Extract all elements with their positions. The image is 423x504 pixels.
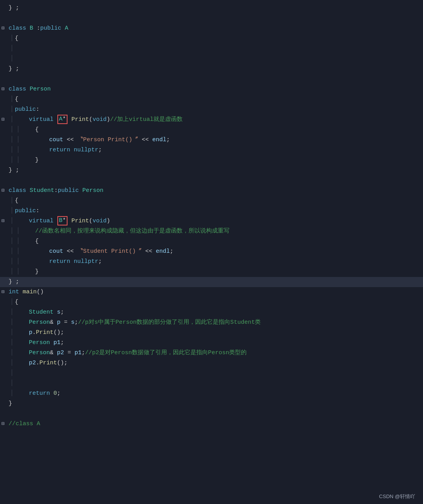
code-text: } xyxy=(21,267,423,277)
code-line: { xyxy=(0,196,423,206)
code-text: return 0; xyxy=(15,389,423,399)
collapse-toggle[interactable]: ⊟ xyxy=(2,186,9,196)
code-text: virtual A* Print(void)//加上virtual就是虚函数 xyxy=(15,115,423,125)
code-line: cout << 〝Person Print()〞 << endl; xyxy=(0,135,423,145)
code-line: cout << 〝Student Print()〞 << endl; xyxy=(0,247,423,257)
code-text: public: xyxy=(15,206,423,216)
code-line: ⊟ class B :public A xyxy=(0,23,423,34)
code-line: } xyxy=(0,399,423,409)
code-text: p.Print(); xyxy=(15,328,423,338)
code-text: class Student:public Person xyxy=(9,186,423,196)
code-line: return 0; xyxy=(0,389,423,399)
code-text: { xyxy=(15,94,423,105)
code-line: return nullptr; xyxy=(0,257,423,267)
code-text: Person p1; xyxy=(15,338,423,348)
code-text: return nullptr; xyxy=(21,145,423,155)
highlight-A-star: A* xyxy=(57,115,68,124)
code-text xyxy=(15,54,423,64)
code-line: Person& p2 = p1;//p2是对Perosn数据做了引用，因此它是指… xyxy=(0,348,423,358)
code-line: //函数名相同，按理来说构成隐藏，但这边由于是虚函数，所以说构成重写 xyxy=(0,226,423,236)
code-text: } ; xyxy=(9,64,423,74)
collapse-toggle[interactable]: ⊟ xyxy=(2,216,9,226)
code-editor: } ; ⊟ class B :public A { } ; ⊟ class Pe… xyxy=(0,0,423,445)
code-line: Person& p = s;//p对s中属于Person数据的部分做了引用，因此… xyxy=(0,318,423,328)
code-text: { xyxy=(15,297,423,307)
code-line: } xyxy=(0,155,423,165)
code-text: { xyxy=(21,236,423,247)
collapse-toggle[interactable]: ⊟ xyxy=(2,287,9,297)
blank-line xyxy=(0,368,423,378)
code-text: Person& p2 = p1;//p2是对Perosn数据做了引用，因此它是指… xyxy=(15,348,423,358)
code-text: { xyxy=(21,125,423,135)
code-text: int main() xyxy=(9,287,423,297)
code-text: return nullptr; xyxy=(21,257,423,267)
code-text: class B :public A xyxy=(9,23,423,34)
blank-line xyxy=(0,74,423,84)
code-text: } ; xyxy=(9,165,423,176)
code-line: { xyxy=(0,125,423,135)
code-text: } xyxy=(21,155,423,165)
highlight-B-star: B* xyxy=(57,216,68,225)
code-text: class Person xyxy=(9,84,423,94)
collapse-toggle[interactable]: ⊟ xyxy=(2,23,9,34)
code-line: } xyxy=(0,267,423,277)
code-line: ⊟ class Student:public Person xyxy=(0,186,423,196)
code-text: cout << 〝Person Print()〞 << endl; xyxy=(21,135,423,145)
code-line: { xyxy=(0,297,423,307)
code-line: { xyxy=(0,94,423,105)
code-line: Person p1; xyxy=(0,338,423,348)
code-text: //class A xyxy=(9,419,423,429)
code-text: p2.Print(); xyxy=(15,358,423,368)
code-line: } ; xyxy=(0,165,423,176)
blank-line xyxy=(0,378,423,389)
blank-line xyxy=(0,409,423,419)
code-text: Person& p = s;//p对s中属于Person数据的部分做了引用，因此… xyxy=(15,318,423,328)
code-line: ⊟ virtual A* Print(void)//加上virtual就是虚函数 xyxy=(0,115,423,125)
code-text: Student s; xyxy=(15,307,423,318)
code-line: Student s; xyxy=(0,307,423,318)
blank-line xyxy=(0,13,423,23)
code-line: { xyxy=(0,236,423,247)
code-line: } ; xyxy=(0,64,423,74)
code-text: public: xyxy=(15,105,423,115)
code-line: p.Print(); xyxy=(0,328,423,338)
code-text: } xyxy=(9,399,423,409)
collapse-toggle[interactable]: ⊟ xyxy=(2,84,9,94)
code-line: } ; xyxy=(0,3,423,13)
code-text: } ; xyxy=(9,277,423,287)
collapse-toggle[interactable]: ⊟ xyxy=(2,419,9,429)
code-text: } ; xyxy=(9,3,423,13)
blank-line xyxy=(0,176,423,186)
code-line xyxy=(0,44,423,54)
code-text: virtual B* Print(void) xyxy=(15,216,423,226)
watermark: CSDN @轩情吖 xyxy=(379,493,415,500)
code-line: ⊟ class Person xyxy=(0,84,423,94)
code-line: return nullptr; xyxy=(0,145,423,155)
code-text xyxy=(15,44,423,54)
code-line-highlighted: } ; xyxy=(0,277,423,287)
code-line xyxy=(0,54,423,64)
code-line: ⊟ virtual B* Print(void) xyxy=(0,216,423,226)
code-line: ⊟ int main() xyxy=(0,287,423,297)
code-line: public: xyxy=(0,206,423,216)
code-line: p2.Print(); xyxy=(0,358,423,368)
code-text: { xyxy=(15,34,423,44)
code-line: ⊟ //class A xyxy=(0,419,423,429)
collapse-toggle[interactable]: ⊟ xyxy=(2,115,9,125)
code-text: //函数名相同，按理来说构成隐藏，但这边由于是虚函数，所以说构成重写 xyxy=(21,226,423,236)
code-text: cout << 〝Student Print()〞 << endl; xyxy=(21,247,423,257)
code-line: public: xyxy=(0,105,423,115)
code-line: { xyxy=(0,34,423,44)
code-text: { xyxy=(15,196,423,206)
